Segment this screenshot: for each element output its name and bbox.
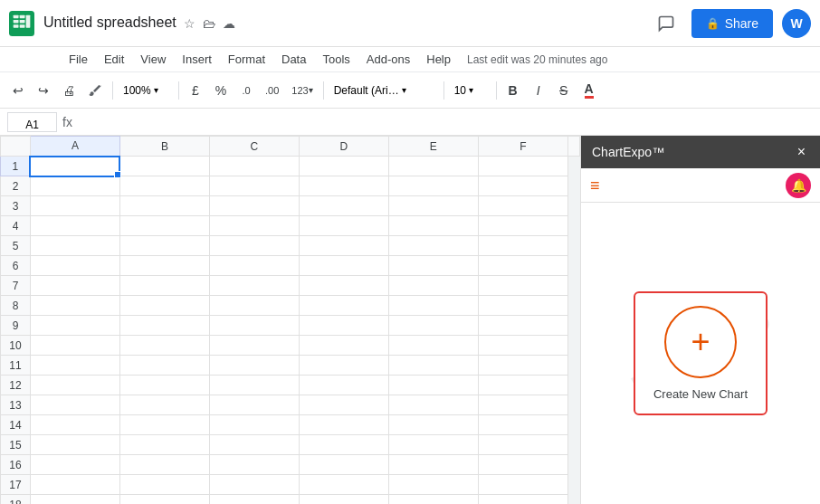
star-icon[interactable]: ☆ bbox=[184, 16, 195, 31]
cell-F16[interactable] bbox=[478, 455, 567, 475]
col-header-a[interactable]: A bbox=[30, 137, 119, 157]
currency-button[interactable]: £ bbox=[185, 78, 206, 103]
cell-A11[interactable] bbox=[30, 356, 119, 376]
row-header-4[interactable]: 4 bbox=[1, 216, 31, 236]
cell-E4[interactable] bbox=[388, 216, 478, 236]
menu-data[interactable]: Data bbox=[274, 51, 313, 68]
cell-B7[interactable] bbox=[119, 276, 209, 296]
cell-C9[interactable] bbox=[209, 316, 299, 336]
cell-D7[interactable] bbox=[299, 276, 388, 296]
cell-C6[interactable] bbox=[209, 256, 299, 276]
row-header-14[interactable]: 14 bbox=[1, 415, 31, 435]
cell-D15[interactable] bbox=[299, 435, 388, 455]
cell-F15[interactable] bbox=[478, 435, 567, 455]
row-header-12[interactable]: 12 bbox=[1, 376, 31, 395]
cell-E17[interactable] bbox=[388, 475, 478, 495]
menu-file[interactable]: File bbox=[62, 51, 95, 68]
cell-E6[interactable] bbox=[388, 256, 478, 276]
cell-B13[interactable] bbox=[119, 395, 209, 415]
cell-A15[interactable] bbox=[30, 435, 119, 455]
cell-C2[interactable] bbox=[209, 176, 299, 196]
cell-reference[interactable]: A1 bbox=[7, 112, 57, 132]
cell-B6[interactable] bbox=[119, 256, 209, 276]
cell-F2[interactable] bbox=[478, 176, 567, 196]
cell-A7[interactable] bbox=[30, 276, 119, 296]
cell-E18[interactable] bbox=[388, 495, 478, 505]
cell-F13[interactable] bbox=[478, 395, 567, 415]
chat-button[interactable] bbox=[650, 7, 682, 40]
cell-D8[interactable] bbox=[299, 296, 388, 316]
col-header-b[interactable]: B bbox=[119, 137, 209, 157]
fx-label[interactable]: fx bbox=[62, 115, 72, 129]
create-chart-card[interactable]: + Create New Chart bbox=[634, 291, 768, 415]
menu-edit[interactable]: Edit bbox=[97, 51, 131, 68]
cell-A18[interactable] bbox=[30, 495, 119, 505]
cell-E10[interactable] bbox=[388, 336, 478, 356]
cell-B5[interactable] bbox=[119, 236, 209, 256]
cell-A16[interactable] bbox=[30, 455, 119, 475]
row-header-11[interactable]: 11 bbox=[1, 356, 31, 376]
cell-E8[interactable] bbox=[388, 296, 478, 316]
col-header-d[interactable]: D bbox=[299, 137, 388, 157]
cell-D10[interactable] bbox=[299, 336, 388, 356]
cell-C13[interactable] bbox=[209, 395, 299, 415]
cell-E15[interactable] bbox=[388, 435, 478, 455]
folder-icon[interactable]: 🗁 bbox=[203, 16, 215, 31]
increase-decimal-button[interactable]: .00 bbox=[261, 78, 283, 103]
cell-B9[interactable] bbox=[119, 316, 209, 336]
decrease-decimal-button[interactable]: .0 bbox=[235, 78, 257, 103]
cell-F12[interactable] bbox=[478, 376, 567, 395]
cell-A14[interactable] bbox=[30, 415, 119, 435]
cell-F11[interactable] bbox=[478, 356, 567, 376]
cell-C8[interactable] bbox=[209, 296, 299, 316]
cell-D6[interactable] bbox=[299, 256, 388, 276]
cell-B8[interactable] bbox=[119, 296, 209, 316]
cell-C1[interactable] bbox=[209, 157, 299, 176]
row-header-1[interactable]: 1 bbox=[1, 157, 31, 176]
cell-A1[interactable] bbox=[30, 157, 119, 176]
user-avatar[interactable]: W bbox=[782, 9, 811, 38]
cell-A8[interactable] bbox=[30, 296, 119, 316]
cell-D18[interactable] bbox=[299, 495, 388, 505]
cell-B17[interactable] bbox=[119, 475, 209, 495]
redo-button[interactable]: ↪ bbox=[33, 78, 54, 103]
cell-D11[interactable] bbox=[299, 356, 388, 376]
cell-E11[interactable] bbox=[388, 356, 478, 376]
cell-E9[interactable] bbox=[388, 316, 478, 336]
cell-E14[interactable] bbox=[388, 415, 478, 435]
number-format-button[interactable]: 123 ▾ bbox=[287, 78, 317, 103]
row-header-5[interactable]: 5 bbox=[1, 236, 31, 256]
cell-A9[interactable] bbox=[30, 316, 119, 336]
menu-help[interactable]: Help bbox=[419, 51, 458, 68]
cell-F3[interactable] bbox=[478, 196, 567, 216]
cell-D17[interactable] bbox=[299, 475, 388, 495]
cell-C3[interactable] bbox=[209, 196, 299, 216]
cell-F1[interactable] bbox=[478, 157, 567, 176]
bold-button[interactable]: B bbox=[502, 78, 524, 103]
cell-D16[interactable] bbox=[299, 455, 388, 475]
cell-D9[interactable] bbox=[299, 316, 388, 336]
strikethrough-button[interactable]: S bbox=[553, 78, 575, 103]
cell-B16[interactable] bbox=[119, 455, 209, 475]
cell-C10[interactable] bbox=[209, 336, 299, 356]
cell-D5[interactable] bbox=[299, 236, 388, 256]
row-header-3[interactable]: 3 bbox=[1, 196, 31, 216]
cell-E7[interactable] bbox=[388, 276, 478, 296]
cell-A4[interactable] bbox=[30, 216, 119, 236]
font-select[interactable]: Default (Ari… ▾ bbox=[329, 78, 438, 103]
cell-F17[interactable] bbox=[478, 475, 567, 495]
cell-E5[interactable] bbox=[388, 236, 478, 256]
cell-F5[interactable] bbox=[478, 236, 567, 256]
cloud-icon[interactable]: ☁ bbox=[223, 16, 235, 31]
zoom-select[interactable]: 100% ▾ bbox=[119, 78, 173, 103]
cell-F18[interactable] bbox=[478, 495, 567, 505]
cell-B2[interactable] bbox=[119, 176, 209, 196]
row-header-9[interactable]: 9 bbox=[1, 316, 31, 336]
cell-C16[interactable] bbox=[209, 455, 299, 475]
cell-C4[interactable] bbox=[209, 216, 299, 236]
spreadsheet-title[interactable]: Untitled spreadsheet bbox=[43, 14, 176, 31]
cell-B18[interactable] bbox=[119, 495, 209, 505]
cell-E12[interactable] bbox=[388, 376, 478, 395]
cell-C5[interactable] bbox=[209, 236, 299, 256]
panel-close-button[interactable]: × bbox=[794, 143, 809, 161]
